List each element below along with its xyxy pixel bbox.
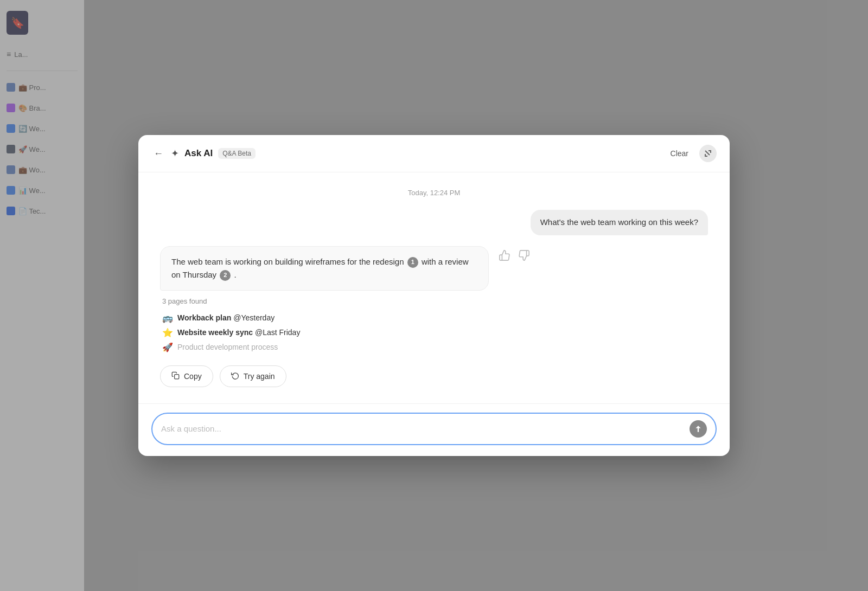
ai-response-text1: The web team is working on building wire… <box>171 257 404 266</box>
product-dev-emoji: 🚀 <box>162 342 173 352</box>
copy-icon <box>171 371 180 381</box>
ai-message-container: The web team is working on building wire… <box>160 246 708 387</box>
ask-ai-modal: ← ✦ Ask AI Q&A Beta Clear Today, 12:24 P… <box>138 135 730 456</box>
clear-button[interactable]: Clear <box>671 149 688 158</box>
sources-section: 3 pages found 🚌 Workback plan @Yesterday… <box>160 297 708 355</box>
input-wrapper <box>151 413 717 445</box>
reference-badge-1: 1 <box>407 257 418 268</box>
beta-badge: Q&A Beta <box>218 148 256 159</box>
feedback-icons <box>497 248 531 265</box>
weekly-sync-label: Website weekly sync @Last Friday <box>177 328 300 337</box>
product-dev-label: Product development process <box>177 343 278 351</box>
question-input[interactable] <box>161 424 684 433</box>
ai-sparkle-icon: ✦ <box>171 147 179 159</box>
workback-label: Workback plan @Yesterday <box>177 313 275 322</box>
source-item-workback[interactable]: 🚌 Workback plan @Yesterday <box>162 311 706 325</box>
thumbs-up-button[interactable] <box>497 248 512 265</box>
user-message: What's the web team working on this week… <box>160 210 708 235</box>
ai-response-text3: . <box>234 270 236 279</box>
collapse-button[interactable] <box>699 145 717 162</box>
try-again-icon <box>231 371 239 381</box>
chat-timestamp: Today, 12:24 PM <box>160 189 708 197</box>
modal-header: ← ✦ Ask AI Q&A Beta Clear <box>138 135 730 172</box>
workback-emoji: 🚌 <box>162 313 173 323</box>
reference-badge-2: 2 <box>220 270 231 281</box>
modal-overlay: ← ✦ Ask AI Q&A Beta Clear Today, 12:24 P… <box>0 0 868 591</box>
input-area <box>138 403 730 456</box>
modal-title: Ask AI <box>184 148 213 159</box>
thumbs-down-button[interactable] <box>517 248 531 265</box>
ai-message-row: The web team is working on building wire… <box>160 246 708 291</box>
try-again-label: Try again <box>244 372 275 381</box>
ai-bubble: The web team is working on building wire… <box>160 246 489 291</box>
weekly-sync-emoji: ⭐ <box>162 327 173 338</box>
svg-rect-0 <box>175 374 179 378</box>
user-bubble: What's the web team working on this week… <box>531 210 708 235</box>
try-again-button[interactable]: Try again <box>220 365 286 387</box>
action-buttons: Copy Try again <box>160 365 708 387</box>
copy-label: Copy <box>184 372 202 381</box>
sources-count: 3 pages found <box>162 297 706 305</box>
copy-button[interactable]: Copy <box>160 365 213 387</box>
chat-area: Today, 12:24 PM What's the web team work… <box>138 172 730 403</box>
back-button[interactable]: ← <box>151 146 165 162</box>
source-item-weekly-sync[interactable]: ⭐ Website weekly sync @Last Friday <box>162 325 706 340</box>
send-button[interactable] <box>690 420 707 438</box>
source-item-product-dev[interactable]: 🚀 Product development process <box>162 340 706 355</box>
